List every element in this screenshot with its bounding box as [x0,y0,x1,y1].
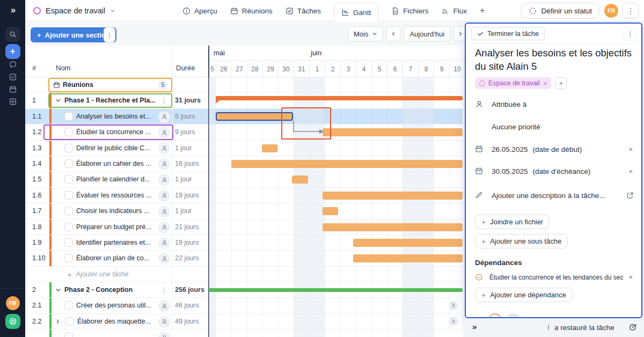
gantt-bar-selected[interactable] [216,112,293,121]
user-avatar[interactable]: FR [6,296,20,310]
scale-select[interactable]: Mois [348,26,383,41]
task-name[interactable]: Évaluer les ressources ... [76,188,151,203]
gantt-bar[interactable] [262,144,277,152]
gantt-summary-bar[interactable] [216,96,463,100]
section-name[interactable]: Réunions [63,77,93,93]
assignee-avatar[interactable] [158,190,170,202]
start-date-field[interactable]: 26.05.2025(date de début) × [466,143,641,156]
gantt-bar[interactable] [323,223,463,231]
tab-apercu[interactable]: Aperçu [182,7,217,15]
user-avatar[interactable]: FR [604,4,618,18]
tab-gantt[interactable]: Gantt [334,3,378,22]
set-status-button[interactable]: Définir un statut [521,3,600,19]
gantt-bar[interactable] [231,160,463,168]
add-subtask-button[interactable]: + Ajouter une sous tâche [475,234,568,248]
task-checkbox[interactable] [64,301,73,310]
row-menu-icon[interactable]: ⋮ [160,282,167,298]
phase-name[interactable]: Phase 1 - Recherche et Pla... [64,93,156,108]
offscreen-bar-indicator[interactable] [449,301,458,310]
table-row[interactable]: 1Phase 1 - Recherche et Pla...⋮31 jours [25,93,463,108]
task-name[interactable]: Définir le public cible C... [76,141,150,156]
expand-sidebar-icon[interactable]: » [11,5,14,16]
dependency-item[interactable]: Étudier la concurrence et les tendances … [466,272,641,283]
task-checkbox[interactable] [64,254,73,262]
section-menu-button[interactable]: ⋮ [104,27,115,42]
workspace-tag[interactable]: Espace de travail × [475,77,551,89]
attach-file-button[interactable]: + Joindre un fichier [475,215,550,229]
table-row[interactable] [25,329,463,337]
panel-menu-button[interactable]: ⋮ [623,27,637,41]
workspace-switcher[interactable]: Espace de travail [33,0,115,21]
add-dependency-button[interactable]: + Ajouter une dépendance [475,288,573,302]
board-icon[interactable] [9,98,17,106]
table-row[interactable]: 2.1Créer des personas util...46 jours [25,298,463,313]
history-icon[interactable] [628,323,637,332]
task-name[interactable]: Élaborer des maquette... [77,314,151,329]
task-name[interactable]: Élaborer un cahier des ... [76,156,151,172]
open-external-icon[interactable] [626,192,634,199]
task-checkbox[interactable] [64,175,73,184]
task-checkbox[interactable] [64,238,73,247]
assignee-avatar[interactable] [158,143,170,155]
due-date-field[interactable]: 30.05.2025(date d'échéance) × [466,165,641,178]
table-row[interactable]: 1.7Choisir les indicateurs ...1 jour [25,203,463,219]
task-checkbox[interactable] [64,159,73,168]
collapse-chevron-icon[interactable] [55,287,61,293]
gantt-bar[interactable] [353,239,463,247]
task-checkbox[interactable] [65,317,74,326]
header-menu-button[interactable]: ⋮ [623,3,639,19]
prev-period-button[interactable] [386,26,400,41]
assignee-avatar[interactable] [158,111,170,123]
tab-fichiers[interactable]: Fichiers [391,7,428,15]
assignee-avatar[interactable] [158,300,170,312]
assignee-avatar[interactable] [158,127,170,138]
calendar-icon[interactable] [9,85,17,93]
create-new-button[interactable]: + [5,44,20,59]
tab-reunions[interactable]: Réunions [230,7,273,15]
assignee-avatar[interactable] [158,237,170,249]
phase-name[interactable]: Phase 2 - Conception [64,282,133,298]
task-checkbox[interactable] [64,207,73,215]
assignee-avatar[interactable] [158,174,170,186]
assignee-avatar[interactable] [158,253,170,265]
complete-task-button[interactable]: Terminer la tâche [471,27,545,40]
task-name[interactable]: Étudier la concurrence ... [76,124,151,140]
offscreen-bar-indicator[interactable] [449,317,458,326]
collapse-chevron-icon[interactable] [55,98,61,104]
task-name[interactable]: Élaborer un plan de co... [76,251,149,266]
gantt-bar[interactable] [323,128,463,136]
priority-field[interactable]: Aucune priorité [466,121,641,134]
add-tag-button[interactable]: + [555,77,567,89]
task-name[interactable]: Préparer un budget pré... [76,219,151,235]
table-row[interactable]: 1.5Planifier le calendrier d...1 jour [25,172,463,187]
task-checkbox[interactable] [64,333,73,337]
task-checkbox[interactable] [64,128,73,136]
task-name[interactable]: Choisir les indicateurs ... [76,203,149,219]
search-icon[interactable] [5,27,20,42]
tasks-icon[interactable] [9,73,17,81]
gantt-bar[interactable] [353,254,463,262]
task-checkbox[interactable] [64,191,73,200]
gantt-bar[interactable] [292,175,308,184]
task-name[interactable]: Analyser les besoins et... [76,109,151,124]
task-checkbox[interactable] [64,223,73,231]
clear-start-date-icon[interactable]: × [628,143,633,156]
add-task-button[interactable]: +Ajouter une tâche [67,267,129,282]
gantt-phase-bar[interactable] [209,288,463,292]
task-checkbox[interactable] [64,112,73,121]
gantt-bar[interactable] [323,207,338,215]
assignee-avatar[interactable] [158,206,170,217]
task-name[interactable]: Identifier partenaires et... [76,235,150,251]
gantt-bar[interactable] [323,192,463,200]
assignee-field[interactable]: Attribuée à [466,98,641,111]
task-name[interactable]: Créer des personas util... [76,298,151,313]
tab-taches[interactable]: Tâches [286,7,321,15]
description-field[interactable]: Ajouter une description à la tâche... [466,189,641,202]
clear-due-date-icon[interactable]: × [628,165,633,178]
help-icon[interactable] [5,314,20,329]
row-menu-icon[interactable]: ⋮ [160,93,167,108]
expand-chevron-icon[interactable] [55,319,61,324]
task-checkbox[interactable] [64,144,73,152]
assignee-avatar[interactable] [158,222,170,233]
task-name[interactable]: Planifier le calendrier d... [76,172,150,187]
